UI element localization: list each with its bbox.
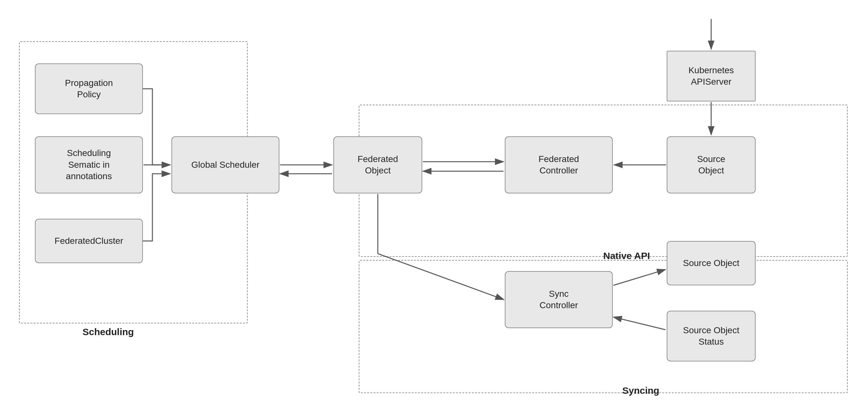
sync-controller-node: Sync Controller <box>505 271 613 328</box>
global-scheduler-node: Global Scheduler <box>172 136 279 194</box>
federated-controller-node: Federated Controller <box>505 136 613 194</box>
source-object-status-node: Source Object Status <box>667 311 755 362</box>
kubernetes-apiserver-node: Kubernetes APIServer <box>667 51 755 101</box>
scheduling-semantic-node: Scheduling Sematic in annotations <box>35 136 143 194</box>
federated-cluster-node: FederatedCluster <box>35 219 143 263</box>
native-api-label: Native API <box>603 250 650 261</box>
syncing-label: Syncing <box>622 385 659 396</box>
source-object-sync-node: Source Object <box>667 241 755 285</box>
scheduling-label: Scheduling <box>83 327 134 337</box>
federated-object-node: Federated Object <box>333 136 422 194</box>
diagram-container: Scheduling Native API Syncing Propagatio… <box>0 0 868 409</box>
source-object-native-node: Source Object <box>667 136 755 194</box>
propagation-policy-node: Propagation Policy <box>35 63 143 114</box>
